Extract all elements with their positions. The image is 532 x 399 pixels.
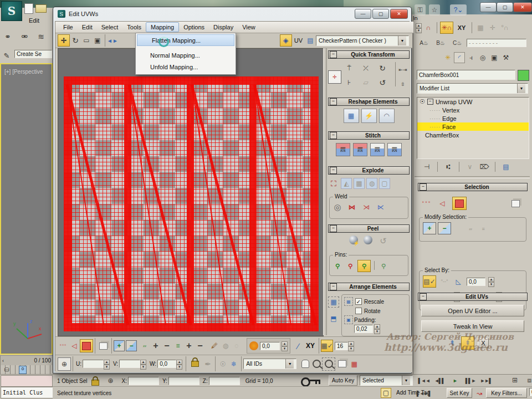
snaps-toggle-icon[interactable]: ✳∩ (440, 22, 453, 34)
zoom-icon[interactable] (311, 359, 322, 370)
listener-white-pane[interactable]: Initial Clus (1, 387, 54, 398)
absolute-mode-icon[interactable]: ⊕ (105, 375, 116, 386)
absolute-typein-icon[interactable]: ⊕ (58, 357, 71, 371)
w-field[interactable]: 0,0 (157, 360, 176, 368)
frame-field[interactable]: 0 (529, 388, 532, 396)
grow-uv-selection-icon[interactable]: + (114, 340, 125, 351)
play-icon[interactable]: ► (448, 375, 462, 386)
select-loop-icon[interactable]: ≡ (478, 223, 489, 234)
falloff-space-label[interactable]: XY (306, 342, 315, 350)
reshape-elements-header[interactable]: −Reshape Elements (328, 98, 410, 106)
go-to-end-icon[interactable]: ►►▌ (479, 375, 493, 386)
go-to-start-icon[interactable]: ▌◄◄ (417, 375, 431, 386)
tab-hierarchy-icon[interactable]: ⫞ (466, 52, 477, 63)
collapse-box-icon[interactable]: − (427, 99, 433, 105)
open-file-icon[interactable] (35, 4, 47, 13)
help-icon[interactable]: ?⌄ (450, 4, 467, 16)
uvw-close-button[interactable]: ✕ (390, 9, 408, 19)
object-color-swatch[interactable] (518, 70, 529, 81)
zoom-all-icon[interactable]: ⊞ (509, 375, 520, 386)
relax-tool-icon[interactable]: ◠ (379, 109, 395, 123)
padding-field[interactable]: 0,02 (354, 325, 373, 333)
edge-subobject-icon[interactable]: ◁ (69, 340, 80, 351)
uvw-maximize-button[interactable]: ▢ (372, 9, 389, 19)
peel-header[interactable]: −Peel (328, 224, 410, 233)
unlink-icon[interactable]: ⚮ (19, 31, 30, 42)
main-minimize-button[interactable]: — (480, 2, 497, 12)
stitch-average-icon[interactable]: 𝌋 (353, 143, 367, 156)
limit-soft-selection-icon[interactable]: ▦✓ (321, 340, 333, 352)
all-ids-dropdown[interactable]: All IDs▼ (243, 359, 296, 369)
modifier-list-dropdown[interactable]: Modifier List▼ (417, 83, 528, 94)
selected-dropdown[interactable]: Selected▼ (360, 375, 413, 386)
padding-spinner[interactable]: ▲▼ (374, 324, 380, 333)
straighten-selection-icon[interactable]: ▦ (344, 109, 359, 123)
menu-view[interactable]: View (238, 23, 260, 32)
rotate-checkbox[interactable] (355, 308, 362, 314)
create-selection-set-field[interactable]: Create Se (14, 50, 52, 58)
quick-transform-header[interactable]: −Quick Transform (328, 50, 410, 59)
stitch-source-icon[interactable]: 𝌋 (370, 143, 385, 156)
menu-file[interactable]: File (59, 23, 78, 32)
show-map-icon[interactable]: ◈ (280, 34, 292, 47)
select-ring-icon[interactable]: ⸗⸗ (465, 223, 476, 234)
snap-spinner[interactable]: ▲▼ (416, 23, 422, 32)
grid-snap-icon[interactable]: ▦ (475, 22, 486, 33)
render-setup-icon[interactable]: ⚿ (415, 4, 426, 16)
set-b-teapot-icon[interactable]: B♨ (433, 37, 448, 48)
pin-selected-icon[interactable]: ⚲ (357, 260, 371, 272)
main-maximize-button[interactable]: ▢ (497, 2, 513, 12)
rescale-checkbox[interactable]: ✓ (355, 298, 362, 305)
explode-basket-icon[interactable]: ⛶ (328, 178, 339, 189)
timeline-prev-icon[interactable]: ‹ (2, 358, 4, 364)
tab-utilities-icon[interactable]: ⚒ (500, 52, 511, 63)
freeze-snowflake-icon[interactable]: ❄ (228, 359, 239, 370)
edge-mode-icon[interactable]: ◁ (437, 198, 448, 209)
loop-plus-icon[interactable]: + (150, 340, 161, 351)
viewport-label[interactable]: [+] [Perspective (4, 69, 43, 75)
mirror-tool-icon[interactable]: ◄► (107, 35, 118, 46)
weld-any-icon[interactable]: ⋉ (375, 202, 386, 213)
key-step-icon[interactable]: ▌◄►▌ (417, 388, 431, 399)
rotate-cw-icon[interactable]: ↻ (377, 63, 388, 74)
menu-mapping[interactable]: Mapping (146, 22, 179, 32)
falloff-spinner[interactable]: ▲▼ (282, 341, 288, 350)
edge-limit-field[interactable]: 16 (335, 342, 348, 350)
padding-icon[interactable]: ▣ (344, 315, 353, 324)
tab-display-icon[interactable]: ▣ (489, 52, 500, 63)
vertex-snap-icon[interactable]: °∩ (499, 22, 510, 33)
pan-hand-icon[interactable] (300, 359, 311, 370)
ring-grow-icon[interactable]: ≡ (172, 340, 183, 351)
named-selection-icon[interactable]: ✎ (1, 50, 12, 61)
pin-tool-icon[interactable]: ⚲ (332, 260, 343, 272)
z-field[interactable] (209, 377, 240, 385)
tab-modify-icon[interactable]: ◜ (454, 52, 465, 63)
tab-create-icon[interactable]: ✳ (442, 52, 453, 63)
ignore-backfacing-icon[interactable]: ▤✓ (423, 275, 436, 288)
hide-icon[interactable]: ☉ (217, 359, 228, 370)
y-field[interactable] (168, 377, 200, 385)
u-spinner[interactable]: ▲▼ (104, 360, 110, 369)
loop-minus-icon[interactable]: − (161, 340, 172, 351)
set-c-teapot-icon[interactable]: C♨ (450, 37, 464, 48)
menu-options[interactable]: Options (179, 23, 209, 32)
pivot-toggle-icon[interactable]: ✛ (328, 70, 341, 84)
angle-snap-icon[interactable]: XY (454, 22, 469, 33)
open-uv-editor-button[interactable]: Open UV Editor ... (421, 305, 524, 316)
pivot-snap-icon[interactable]: ✛ (487, 22, 498, 33)
set-keys-key-icon[interactable] (301, 376, 321, 385)
ring-plus-icon[interactable]: + (183, 340, 195, 351)
uv-checker-layout[interactable] (64, 76, 319, 331)
perspective-viewport[interactable]: [+] [Perspective x y z (0, 63, 53, 355)
scale-tool-icon[interactable]: ▭ (81, 35, 92, 46)
selection-lock-icon[interactable] (91, 380, 99, 386)
listener-pink-pane[interactable] (1, 375, 53, 387)
uvw-titlebar[interactable]: S Edit UVWs — ▢ ✕ (53, 7, 411, 21)
tweak-in-view-button[interactable]: Tweak In View (421, 320, 524, 332)
face-subobject-icon[interactable] (80, 339, 93, 352)
link-icon[interactable]: ⚭ (2, 31, 13, 42)
move-tool-icon[interactable]: ✢ (58, 34, 70, 47)
explode-by-matid-icon[interactable]: ▦ (354, 178, 365, 189)
auto-key-button[interactable]: Auto Key (329, 375, 357, 386)
edit-menu[interactable]: Edit (29, 17, 39, 24)
